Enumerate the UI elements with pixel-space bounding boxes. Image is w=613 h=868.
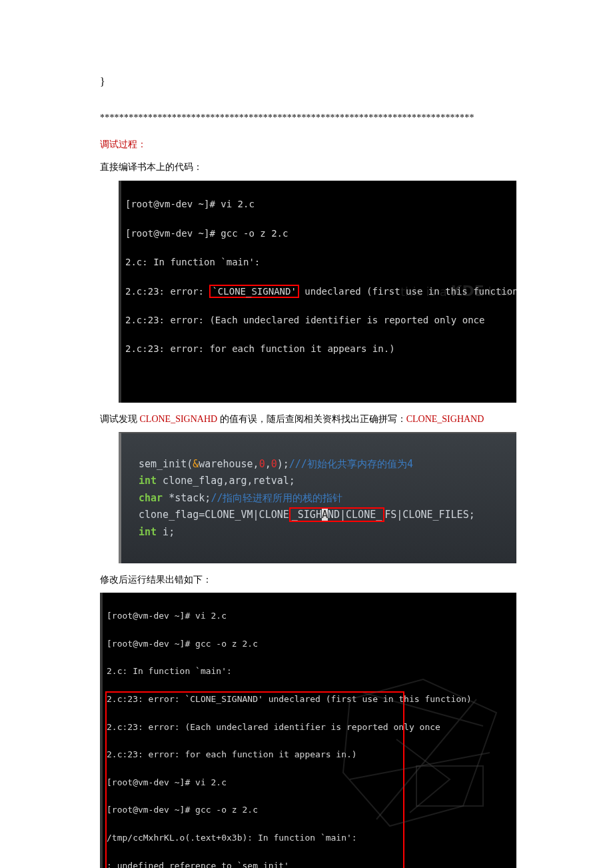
dbg-pre: 调试发现 bbox=[100, 414, 137, 424]
highlight-box-1: `CLONE_SIGNAND' bbox=[209, 285, 299, 299]
separator-stars: ****************************************… bbox=[100, 111, 516, 125]
term1-line: [root@vm-dev ~]# gcc -o z 2.c bbox=[125, 227, 512, 241]
t1-post: undeclared (first use in this function) bbox=[299, 286, 516, 297]
t2-line: 2.c:23: error: (Each undeclared identifi… bbox=[107, 721, 512, 735]
after-fix-text: 修改后运行结果出错如下： bbox=[100, 573, 516, 587]
document-page: } **************************************… bbox=[0, 0, 613, 868]
debug-section-title: 调试过程： bbox=[100, 137, 516, 152]
dbg-mid: 的值有误，随后查阅相关资料找出正确拼写： bbox=[220, 414, 406, 424]
dbg-wrong: CLONE_SIGNAHD bbox=[137, 414, 220, 424]
t2-line: : undefined reference to `sem_init' bbox=[107, 859, 512, 869]
t2-line: [root@vm-dev ~]# gcc -o z 2.c bbox=[107, 803, 512, 817]
t2-line: 2.c: In function `main': bbox=[107, 665, 512, 679]
editor-line: int i; bbox=[139, 526, 175, 538]
t2-line: 2.c:23: error: for each function it appe… bbox=[107, 748, 512, 762]
compile-book-text: 直接编译书本上的代码： bbox=[100, 160, 516, 175]
term1-line: 2.c:23: error: for each function it appe… bbox=[125, 342, 512, 357]
term1-line: 2.c:23: error: (Each undeclared identifi… bbox=[125, 313, 512, 328]
debug-found-text: 调试发现 CLONE_SIGNAHD 的值有误，随后查阅相关资料找出正确拼写：C… bbox=[100, 412, 516, 427]
terminal-output-1: [root@vm-dev ~]# vi 2.c [root@vm-dev ~]#… bbox=[119, 181, 516, 403]
code-editor: sem_init(&warehouse,0,0);///初始化共享内存的值为4 … bbox=[119, 432, 516, 563]
term1-line: 2.c: In function `main': bbox=[125, 255, 512, 270]
highlight-box-2: _SIGHAND|CLONE_ bbox=[289, 507, 384, 522]
dbg-correct: CLONE_SIGHAND bbox=[406, 414, 484, 424]
cursor-char: A bbox=[322, 509, 328, 521]
editor-line: char *stack;//指向轻进程所用的栈的指针 bbox=[139, 492, 342, 504]
t2-line: /tmp/ccMxhrKL.o(.text+0x3b): In function… bbox=[107, 831, 512, 845]
closing-brace: } bbox=[100, 73, 516, 91]
term1-line: [root@vm-dev ~]# vi 2.c bbox=[125, 197, 512, 212]
term1-line: 2.c:23: error: `CLONE_SIGNAND' undeclare… bbox=[125, 285, 512, 299]
editor-line: clone_flag=CLONE_VM|CLONE_SIGHAND|CLONE_… bbox=[139, 509, 475, 521]
t2-line: 2.c:23: error: `CLONE_SIGNAND' undeclare… bbox=[107, 693, 512, 707]
t2-line: [root@vm-dev ~]# vi 2.c bbox=[107, 609, 512, 623]
terminal-output-2: [root@vm-dev ~]# vi 2.c [root@vm-dev ~]#… bbox=[100, 593, 516, 868]
editor-line: int clone_flag,arg,retval; bbox=[139, 475, 295, 487]
t1-pre: 2.c:23: error: bbox=[125, 286, 209, 297]
t2-line: [root@vm-dev ~]# vi 2.c bbox=[107, 776, 512, 790]
t2-line: [root@vm-dev ~]# gcc -o z 2.c bbox=[107, 637, 512, 651]
editor-line: sem_init(&warehouse,0,0);///初始化共享内存的值为4 bbox=[139, 458, 413, 470]
